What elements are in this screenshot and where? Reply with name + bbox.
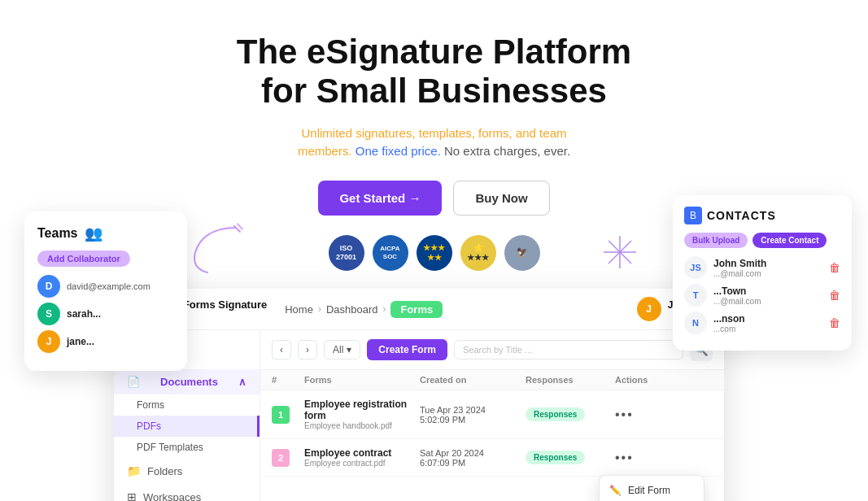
iso-badge: ISO27001 [329,235,364,271]
toolbar: ‹ › All ▾ Create Form Search by Title ..… [260,330,724,370]
contacts-card: B CONTACTS Bulk Upload Create Contact JS… [673,195,852,351]
sparkle-decoration [600,232,640,276]
col-created: Created on [420,375,526,385]
avatar-david: D [37,275,60,298]
col-responses: Responses [526,375,615,385]
team-member-david: D david@example.com [37,275,174,298]
buy-now-button[interactable]: Buy Now [453,181,549,216]
app-body: + Create 📄 Documents ∧ Forms PDFs PDF Te… [114,330,724,501]
avatar-sarah: S [37,303,60,325]
breadcrumb-dashboard[interactable]: Dashboard [326,303,378,316]
eu-badge: ★★★★★ [417,235,452,271]
contact-town: T ...Town ...@mail.com 🗑 [684,284,840,307]
grid-icon: ⊞ [127,490,137,501]
contact-john: JS John Smith ...@mail.com 🗑 [684,256,840,279]
create-contact-button[interactable]: Create Contact [752,233,827,248]
time-2: 6:07:09 PM [420,458,526,468]
teams-icon: 👥 [85,224,103,242]
bulk-upload-button[interactable]: Bulk Upload [684,233,748,248]
app-header: b BoloForms Signature Owner Home › Dashb… [114,289,724,330]
table-row: 2 Employee contract Employee contract.pd… [260,439,724,477]
contact-nson: N ...nson ...com 🗑 [684,311,840,334]
folder-icon: 📁 [127,464,141,477]
col-forms: Forms [304,375,420,385]
member-email: david@example.com [67,281,150,291]
avatar-town: T [684,284,707,307]
avatar-john: JS [684,256,707,279]
responses-badge-1[interactable]: Responses [526,407,585,421]
form-name-1: Employee registration form [304,399,420,421]
breadcrumb: Home › Dashboard › Forms [285,301,626,318]
teams-card: Teams 👥 Add Collaborator D david@example… [24,211,187,371]
curl-decoration [187,220,252,288]
document-icon: 📄 [127,376,140,388]
sidebar-forms[interactable]: Forms [114,394,260,416]
responses-badge-2[interactable]: Responses [526,451,585,464]
teams-title: Teams [37,226,78,241]
form-file-1: Employee handbook.pdf [304,421,420,430]
app-screenshot: b BoloForms Signature Owner Home › Dashb… [114,289,724,501]
aicpa-badge: AICPASOC [373,235,408,271]
search-placeholder: Search by Title ... [463,345,532,355]
avatar-jane: J [37,330,60,353]
chevron-down-icon: ▾ [347,344,351,355]
user-avatar: J [637,297,661,321]
sidebar-pdfs[interactable]: PDFs [114,416,260,437]
avatar-nson: N [684,311,707,334]
create-form-button[interactable]: Create Form [367,339,447,360]
get-started-button[interactable]: Get Started → [318,181,442,216]
more-button-1[interactable]: ••• [615,407,634,422]
sidebar-workspaces[interactable]: ⊞ Workspaces [114,484,260,501]
table-header: # Forms Created on Responses Actions [260,370,724,390]
row-num-2: 2 [272,449,290,467]
col-actions: Actions [615,375,713,385]
table-row: 1 Employee registration form Employee ha… [260,390,724,439]
more-button-2[interactable]: ••• [615,451,634,465]
hero-title: The eSignature Platform for Small Busine… [16,33,852,111]
sidebar-documents[interactable]: 📄 Documents ∧ [114,369,260,394]
row-num-1: 1 [272,406,290,424]
edit-icon: ✏️ [609,485,622,496]
star-badge: ⭐★★★ [460,235,496,271]
time-1: 5:02:09 PM [420,415,526,425]
add-collaborator-button[interactable]: Add Collaborator [37,250,130,267]
eagle-badge: 🦅 [504,235,540,271]
dropdown-menu: ✏️ Edit Form ⧉ Copy Form 📤 Bulk Send [599,475,704,502]
member-name-sarah: sarah... [67,308,101,320]
date-1: Tue Apr 23 2024 [420,405,526,415]
col-num: # [272,375,304,385]
contacts-header: B CONTACTS [684,207,840,224]
delete-john-button[interactable]: 🗑 [829,261,840,274]
filter-dropdown[interactable]: All ▾ [324,340,360,359]
delete-town-button[interactable]: 🗑 [829,289,840,302]
chevron-up-icon: ∧ [238,376,246,388]
contacts-actions: Bulk Upload Create Contact [684,233,840,248]
form-name-2: Employee contract [304,447,420,459]
member-name-jane: jane... [67,336,94,347]
form-file-2: Employee contract.pdf [304,459,420,468]
contacts-logo: B [684,207,702,224]
next-button[interactable]: › [298,340,317,359]
dropdown-edit-form[interactable]: ✏️ Edit Form [600,479,704,502]
hero-subtitle: Unlimited signatures, templates, forms, … [264,124,605,161]
search-box: Search by Title ... [454,340,683,359]
contacts-title: CONTACTS [707,209,776,222]
team-member-sarah: S sarah... [37,303,174,325]
delete-nson-button[interactable]: 🗑 [829,316,840,329]
teams-header: Teams 👥 [37,224,174,242]
svg-line-0 [234,226,240,232]
svg-line-1 [238,224,242,229]
main-content: ‹ › All ▾ Create Form Search by Title ..… [260,330,724,501]
date-2: Sat Apr 20 2024 [420,448,526,458]
breadcrumb-home[interactable]: Home [285,303,313,316]
team-member-jane: J jane... [37,330,174,353]
breadcrumb-forms[interactable]: Forms [390,301,443,318]
sidebar-pdf-templates[interactable]: PDF Templates [114,437,260,458]
prev-button[interactable]: ‹ [272,340,291,359]
sidebar-folders[interactable]: 📁 Folders [114,458,260,484]
